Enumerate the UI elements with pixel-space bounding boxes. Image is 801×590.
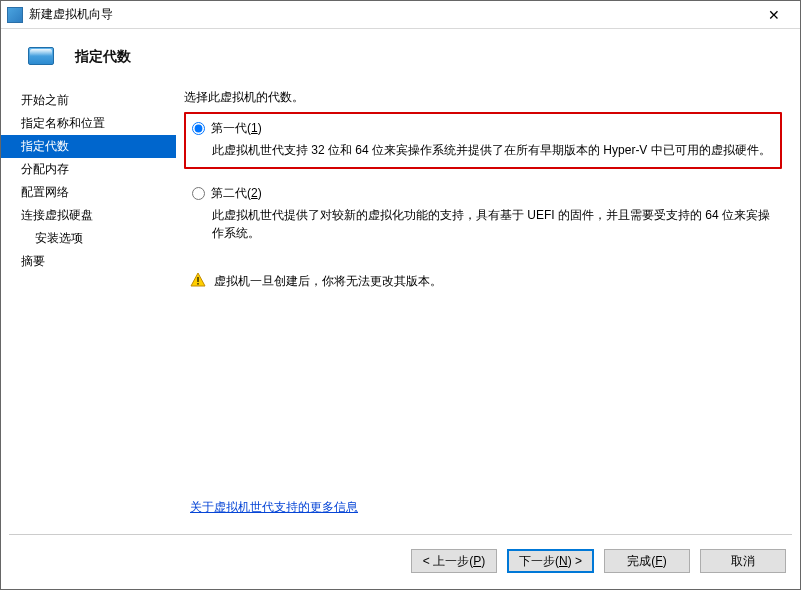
generation-2-radio[interactable]: [192, 187, 205, 200]
generation-1-option: 第一代(1) 此虚拟机世代支持 32 位和 64 位来宾操作系统并提供了在所有早…: [184, 112, 782, 169]
next-button[interactable]: 下一步(N) >: [507, 549, 594, 573]
warning-text: 虚拟机一旦创建后，你将无法更改其版本。: [214, 272, 442, 290]
sidebar-item-network[interactable]: 配置网络: [1, 181, 176, 204]
generation-prompt: 选择此虚拟机的代数。: [184, 89, 782, 106]
wizard-header: 指定代数: [1, 29, 800, 81]
generation-1-desc: 此虚拟机世代支持 32 位和 64 位来宾操作系统并提供了在所有早期版本的 Hy…: [212, 141, 774, 159]
cancel-button[interactable]: 取消: [700, 549, 786, 573]
generation-2-option: 第二代(2) 此虚拟机世代提供了对较新的虚拟化功能的支持，具有基于 UEFI 的…: [184, 177, 782, 252]
generation-1-radio[interactable]: [192, 122, 205, 135]
warning-icon: [190, 272, 206, 288]
sidebar-item-summary[interactable]: 摘要: [1, 250, 176, 273]
svg-rect-1: [197, 277, 199, 282]
app-icon: [7, 7, 23, 23]
generation-2-desc: 此虚拟机世代提供了对较新的虚拟化功能的支持，具有基于 UEFI 的固件，并且需要…: [212, 206, 774, 242]
close-icon: ✕: [768, 7, 780, 23]
close-button[interactable]: ✕: [754, 1, 794, 29]
generation-1-label[interactable]: 第一代(1): [211, 120, 262, 137]
sidebar-item-memory[interactable]: 分配内存: [1, 158, 176, 181]
sidebar-item-before-begin[interactable]: 开始之前: [1, 89, 176, 112]
generation-2-label[interactable]: 第二代(2): [211, 185, 262, 202]
more-info-link[interactable]: 关于虚拟机世代支持的更多信息: [190, 500, 358, 514]
wizard-window: 新建虚拟机向导 ✕ 指定代数 开始之前 指定名称和位置 指定代数 分配内存 配置…: [0, 0, 801, 590]
monitor-icon: [25, 45, 59, 69]
wizard-main: 选择此虚拟机的代数。 第一代(1) 此虚拟机世代支持 32 位和 64 位来宾操…: [176, 81, 800, 534]
more-info-row: 关于虚拟机世代支持的更多信息: [184, 487, 782, 526]
wizard-footer: < 上一步(P) 下一步(N) > 完成(F) 取消: [1, 535, 800, 589]
titlebar: 新建虚拟机向导 ✕: [1, 1, 800, 29]
finish-button[interactable]: 完成(F): [604, 549, 690, 573]
sidebar-item-vhd[interactable]: 连接虚拟硬盘: [1, 204, 176, 227]
sidebar-item-name-location[interactable]: 指定名称和位置: [1, 112, 176, 135]
page-title: 指定代数: [75, 48, 131, 66]
window-title: 新建虚拟机向导: [29, 6, 754, 23]
sidebar-item-install-options[interactable]: 安装选项: [1, 227, 176, 250]
back-button[interactable]: < 上一步(P): [411, 549, 497, 573]
sidebar-item-generation[interactable]: 指定代数: [1, 135, 176, 158]
svg-rect-2: [197, 283, 199, 285]
wizard-steps-sidebar: 开始之前 指定名称和位置 指定代数 分配内存 配置网络 连接虚拟硬盘 安装选项 …: [1, 81, 176, 534]
warning-row: 虚拟机一旦创建后，你将无法更改其版本。: [184, 272, 782, 290]
wizard-body: 开始之前 指定名称和位置 指定代数 分配内存 配置网络 连接虚拟硬盘 安装选项 …: [1, 81, 800, 534]
